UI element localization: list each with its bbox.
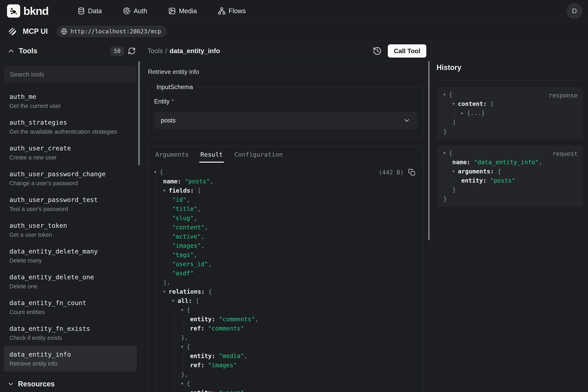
expand-triangle-icon[interactable]: ▶ — [461, 111, 467, 115]
json-line: "slug", — [154, 214, 416, 222]
tab-bar: Arguments Result Configuration — [148, 146, 423, 163]
tool-list-item[interactable]: auth_user_password_testTest a user's pas… — [4, 191, 137, 217]
tool-list-item[interactable]: data_entity_delete_oneDelete one — [4, 268, 137, 294]
history-entry-response[interactable]: response▼{▼content: [▶{...}]} — [436, 87, 583, 140]
sidebar-scrollbar[interactable] — [138, 61, 140, 165]
tool-desc: Count entities — [9, 309, 131, 316]
tool-desc: Retrieve entity info — [9, 360, 131, 367]
tab-arguments[interactable]: Arguments — [155, 146, 189, 162]
tool-desc: Delete one — [9, 283, 131, 290]
history-header: History — [431, 41, 588, 81]
tool-description: Retrieve entity info — [148, 68, 423, 76]
tool-name: auth_strategies — [9, 118, 131, 126]
collapse-triangle-icon[interactable]: ▼ — [181, 308, 187, 312]
main-nav: Data Auth Media Flows — [77, 7, 246, 15]
mcp-bar: MCP UI http://localhost:28623/mcp — [0, 22, 588, 41]
collapse-triangle-icon[interactable]: ▼ — [181, 381, 187, 386]
json-line: ▼{ — [154, 305, 416, 314]
json-line: "id", — [154, 195, 416, 204]
history-icon[interactable] — [373, 46, 382, 56]
tab-configuration[interactable]: Configuration — [234, 146, 283, 162]
brand[interactable]: bknd — [7, 4, 48, 18]
tool-list-item[interactable]: auth_meGet the current user — [4, 88, 137, 114]
json-line: ], — [154, 278, 416, 287]
user-avatar[interactable]: D — [567, 3, 583, 19]
tool-list-item[interactable]: auth_strategiesGet the available authent… — [4, 114, 137, 140]
tool-list-item[interactable]: data_entity_infoRetrieve entity info — [4, 346, 137, 372]
call-tool-button[interactable]: Call Tool — [388, 44, 426, 58]
json-line: ▼fields: [ — [154, 186, 416, 195]
tool-desc: Get the available authentication strateg… — [9, 128, 131, 135]
collapse-triangle-icon[interactable]: ▼ — [181, 344, 187, 349]
tool-name: auth_user_password_change — [9, 170, 131, 178]
json-line: entity: "posts" — [443, 176, 578, 185]
tools-sidebar: Tools 50 auth_meGet the current userauth… — [0, 41, 141, 392]
collapse-triangle-icon[interactable]: ▼ — [452, 169, 458, 174]
tool-list-item[interactable]: data_entity_fn_countCount entities — [4, 294, 137, 320]
tool-list-item[interactable]: data_entity_delete_manyDelete many — [4, 243, 137, 268]
json-line: ▶{...} — [443, 108, 578, 118]
json-line: "active", — [154, 232, 416, 241]
history-panel: History response▼{▼content: [▶{...}]}req… — [431, 41, 588, 392]
json-line: ▼all: [ — [154, 296, 416, 305]
json-line: "asdf" — [154, 268, 416, 278]
collapse-triangle-icon[interactable]: ▼ — [443, 92, 449, 97]
chevron-down-icon — [403, 117, 410, 124]
tool-list-item[interactable]: auth_user_createCreate a new user — [4, 140, 137, 166]
collapse-triangle-icon[interactable]: ▼ — [163, 188, 169, 192]
history-title: History — [436, 63, 461, 72]
json-line: ▼content: [ — [443, 99, 578, 108]
json-line: ] — [443, 118, 578, 127]
json-line: ▼{ — [154, 379, 416, 388]
tool-name: data_entity_fn_exists — [9, 325, 131, 333]
breadcrumb-current: data_entity_info — [170, 47, 220, 55]
main-header: Tools / data_entity_info Call Tool — [141, 41, 431, 61]
breadcrumb-section[interactable]: Tools — [148, 47, 163, 55]
chevron-down-icon — [7, 380, 14, 388]
collapse-triangle-icon[interactable]: ▼ — [172, 298, 178, 303]
nav-item-media[interactable]: Media — [168, 7, 197, 15]
json-line: "title", — [154, 204, 416, 214]
search-input[interactable] — [4, 66, 137, 83]
tab-result[interactable]: Result — [200, 146, 223, 162]
tool-list-item[interactable]: auth_user_tokenGet a user token — [4, 217, 137, 243]
chevron-up-icon[interactable] — [7, 47, 15, 55]
tool-list-item[interactable]: data_entity_fn_existsCheck if entity exi… — [4, 320, 137, 346]
collapse-triangle-icon[interactable]: ▼ — [452, 102, 458, 106]
tools-count-badge: 50 — [110, 46, 124, 56]
refresh-icon[interactable] — [128, 47, 136, 55]
history-entry-request[interactable]: request▼{name: "data_entity_info",▼argum… — [436, 146, 583, 207]
database-icon — [77, 7, 85, 15]
json-line: ▼arguments: { — [443, 167, 578, 176]
nav-item-auth[interactable]: Auth — [123, 7, 147, 15]
mcp-url-pill[interactable]: http://localhost:28623/mcp — [56, 26, 167, 37]
json-line: ref: "comments" — [154, 324, 416, 333]
json-line: entity: "comments", — [154, 314, 416, 324]
tool-desc: Get the current user — [9, 102, 131, 109]
entity-select[interactable]: posts — [154, 112, 417, 129]
tools-section-header[interactable]: Tools 50 — [0, 41, 141, 61]
collapse-triangle-icon[interactable]: ▼ — [443, 151, 449, 155]
tool-list-item[interactable]: auth_user_password_changeChange a user's… — [4, 166, 137, 191]
tool-detail: Retrieve entity info InputSchema Entity*… — [141, 61, 431, 392]
nav-label: Flows — [228, 7, 246, 15]
nav-item-flows[interactable]: Flows — [218, 7, 246, 15]
result-json-viewer: (442 B) ▼{name: "posts",▼fields: ["id","… — [148, 163, 423, 392]
collapse-triangle-icon[interactable]: ▼ — [154, 170, 160, 174]
required-mark: * — [172, 98, 174, 105]
main-scrollbar[interactable] — [428, 61, 429, 240]
json-line: } — [443, 185, 578, 194]
main-panel: Tools / data_entity_info Call Tool Retri… — [141, 41, 431, 392]
history-list: response▼{▼content: [▶{...}]}request▼{na… — [431, 81, 588, 213]
result-json-lines[interactable]: ▼{name: "posts",▼fields: ["id","title","… — [154, 168, 416, 392]
resources-section-header[interactable]: Resources — [0, 376, 141, 392]
breadcrumb-separator: / — [165, 47, 167, 55]
top-nav: bknd Data Auth Media Flows D — [0, 0, 588, 22]
tool-name: data_entity_delete_many — [9, 247, 131, 255]
tool-name: data_entity_delete_one — [9, 273, 131, 281]
tools-scroll-area: auth_meGet the current userauth_strategi… — [0, 61, 141, 376]
nav-item-data[interactable]: Data — [77, 7, 102, 15]
json-line: }, — [154, 370, 416, 379]
collapse-triangle-icon[interactable]: ▼ — [163, 289, 169, 294]
copy-icon[interactable] — [408, 169, 415, 176]
